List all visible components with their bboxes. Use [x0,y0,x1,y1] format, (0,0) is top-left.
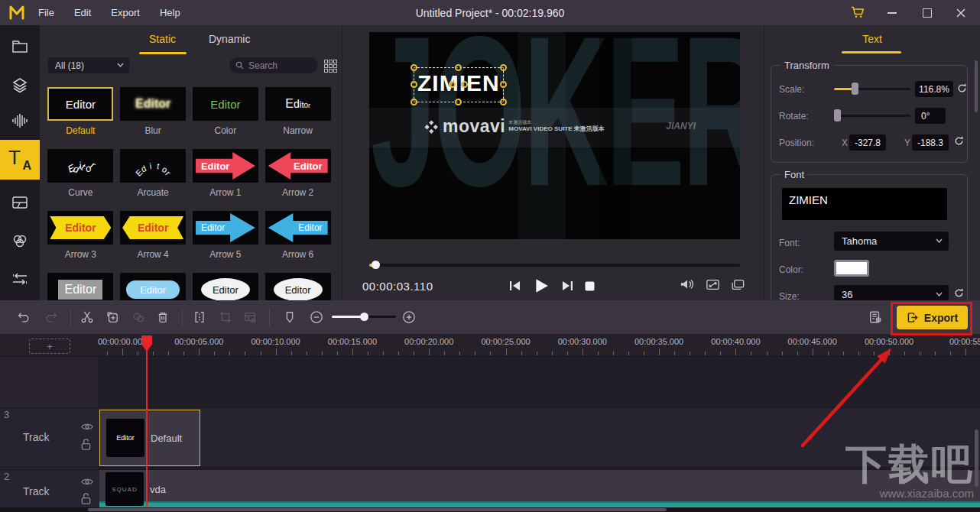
template-item-arrow-2[interactable]: EditorArrow 2 [261,147,334,209]
layers-icon[interactable] [0,70,40,100]
template-thumbnail[interactable]: Editor [193,149,258,183]
scale-reset-icon[interactable] [956,83,968,94]
template-thumbnail[interactable]: Editor [265,211,331,245]
handle-center[interactable] [449,81,456,88]
template-item-color[interactable]: EditorColor [190,85,262,147]
horizontal-scroll-thumb[interactable] [88,508,667,511]
video-viewport[interactable]: JOKER movavi 未激活版本 MOVAVI VIDEO SUITE 未激… [369,32,740,239]
template-item-blur[interactable]: EditorBlur [117,85,190,147]
search-input[interactable]: Search [229,57,318,73]
track-lock-icon[interactable] [80,491,92,505]
filters-icon[interactable] [0,225,40,256]
cut-icon[interactable] [80,310,94,324]
rotate-slider[interactable] [834,115,910,117]
menu-export[interactable]: Export [111,7,140,18]
titles-tool-active[interactable]: TA [0,140,40,180]
import-folder-icon[interactable] [0,31,40,62]
template-thumbnail[interactable]: Editor [265,149,331,183]
template-thumbnail[interactable]: Editor [47,211,113,245]
scale-slider-thumb[interactable] [852,83,858,95]
template-item-narrow[interactable]: EditorNarrow [261,85,334,147]
text-clip[interactable]: Editor Default [99,410,200,466]
template-item-arrow-4[interactable]: EditorArrow 4 [117,209,190,271]
tab-dynamic[interactable]: Dynamic [209,33,250,45]
template-item[interactable]: Editor [44,271,117,300]
handle-bottom-center[interactable] [455,99,462,105]
template-thumbnail[interactable]: Editor [193,211,258,245]
position-x-value[interactable]: -327.8 [849,134,886,151]
template-item[interactable]: Editor [190,271,262,300]
cart-icon[interactable] [850,5,865,19]
rotate-slider-thumb[interactable] [834,109,841,122]
template-thumbnail[interactable]: Editor [120,273,186,300]
crop-icon[interactable] [219,310,232,324]
text-content-field[interactable]: ZIMIEN [782,188,947,220]
template-item-arrow-1[interactable]: EditorArrow 1 [190,147,262,209]
zoom-out-icon[interactable] [310,310,323,324]
redo-icon[interactable] [44,310,58,324]
template-thumbnail[interactable]: Editor [120,211,186,245]
handle-mid-left[interactable] [410,81,417,88]
next-frame-button[interactable] [560,280,573,292]
handle-top-center[interactable] [455,64,462,71]
font-family-dropdown[interactable]: Tahoma [834,232,949,251]
copy-icon[interactable] [105,310,119,324]
stop-button[interactable] [584,280,595,292]
template-item-curve[interactable]: EditorCurve [44,147,117,209]
template-thumbnail[interactable]: Editor [120,87,186,121]
zoom-slider-thumb[interactable] [360,313,368,321]
template-thumbnail[interactable]: Editor [47,87,113,121]
delete-icon[interactable] [156,310,170,324]
tab-text[interactable]: Text [764,33,980,45]
close-button[interactable] [948,0,974,25]
template-item-arrow-5[interactable]: EditorArrow 5 [190,209,262,271]
scale-slider[interactable] [834,88,910,90]
split-screen-icon[interactable] [0,187,40,218]
audio-waveform-icon[interactable] [0,105,40,136]
template-thumbnail[interactable]: Editor [265,273,331,300]
menu-file[interactable]: File [38,7,54,18]
split-icon[interactable] [193,310,206,324]
play-button[interactable] [533,277,550,294]
track-lock-icon[interactable] [80,437,92,451]
menu-help[interactable]: Help [160,7,180,18]
detach-player-icon[interactable] [730,278,745,291]
maximize-button[interactable] [914,0,940,25]
template-item[interactable]: Editor [261,271,334,300]
template-item-default[interactable]: EditorDefault [44,85,117,147]
template-thumbnail[interactable]: Editor [265,87,331,121]
transitions-icon[interactable] [0,264,40,294]
clip-properties-icon[interactable] [243,310,257,324]
template-thumbnail[interactable]: Editor [47,149,113,183]
tab-static[interactable]: Static [149,33,176,45]
video-clip[interactable]: SQUAD vda [99,470,980,512]
text-selection-box[interactable]: ZIMIEN [414,67,504,102]
template-thumbnail[interactable]: Editor [120,149,186,183]
track-visibility-icon[interactable] [80,477,94,487]
font-size-dropdown[interactable]: 36 [834,285,949,300]
scale-value[interactable]: 116.8% [915,81,953,97]
fullscreen-icon[interactable] [706,278,720,291]
handle-bottom-right[interactable] [500,99,507,105]
overlay-text[interactable]: ZIMIEN [417,70,500,96]
handle-mid-right[interactable] [500,81,507,88]
previous-frame-button[interactable] [509,280,522,292]
grid-view-icon[interactable] [324,60,337,73]
menu-edit[interactable]: Edit [74,7,91,18]
rotate-value[interactable]: 0° [915,108,946,124]
template-item-arrow-3[interactable]: EditorArrow 3 [44,209,117,271]
seek-thumb[interactable] [372,261,380,269]
handle-bottom-left[interactable] [410,99,417,105]
position-reset-icon[interactable] [953,135,965,147]
undo-icon[interactable] [17,310,31,324]
size-reset-icon[interactable] [953,287,965,299]
template-thumbnail[interactable]: Editor [193,273,258,300]
zoom-in-icon[interactable] [402,310,416,324]
add-track-button[interactable]: + [29,339,70,354]
inspector-scrollbar[interactable] [975,60,978,112]
font-color-swatch[interactable] [834,260,869,277]
vertical-scrollbar[interactable] [975,429,978,487]
handle-rotate[interactable] [461,81,468,88]
template-item[interactable]: Editor [117,271,190,300]
template-thumbnail[interactable]: Editor [193,87,258,121]
